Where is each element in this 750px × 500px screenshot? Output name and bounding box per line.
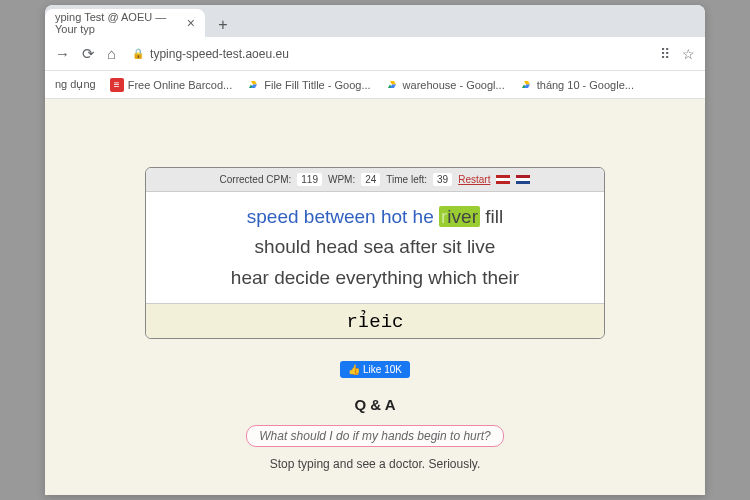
star-icon[interactable]: ☆ xyxy=(682,46,695,62)
browser-window: yping Test @ AOEU — Your typ × + → ⟳ ⌂ 🔒… xyxy=(45,5,705,495)
cpm-value: 119 xyxy=(297,173,322,186)
wpm-label: WPM: xyxy=(328,174,355,185)
tab-title: yping Test @ AOEU — Your typ xyxy=(55,11,181,35)
facebook-like-button[interactable]: 👍 Like 10K xyxy=(340,361,410,378)
close-icon[interactable]: × xyxy=(187,15,195,31)
qa-heading: Q & A xyxy=(354,396,395,413)
typing-test-box: Corrected CPM: 119 WPM: 24 Time left: 39… xyxy=(145,167,605,339)
browser-tab[interactable]: yping Test @ AOEU — Your typ × xyxy=(45,9,205,37)
bookmark-icon: ≡ xyxy=(110,78,124,92)
qa-answer: Stop typing and see a doctor. Seriously. xyxy=(270,457,481,471)
tab-bar: yping Test @ AOEU — Your typ × + xyxy=(45,5,705,37)
address-bar[interactable]: 🔒 typing-speed-test.aoeu.eu xyxy=(128,47,648,61)
pending-line: hear decide everything which their xyxy=(160,263,590,293)
new-tab-button[interactable]: + xyxy=(211,13,235,37)
bookmark-item[interactable]: File Fill Titlle - Goog... xyxy=(246,79,370,91)
drive-icon xyxy=(519,79,533,91)
pending-words: fill xyxy=(480,206,503,227)
flag-nl-icon[interactable] xyxy=(516,175,530,184)
drive-icon xyxy=(246,79,260,91)
bookmark-item[interactable]: warehouse - Googl... xyxy=(385,79,505,91)
home-icon[interactable]: ⌂ xyxy=(107,45,116,62)
bookmark-item[interactable]: tháng 10 - Google... xyxy=(519,79,634,91)
time-value: 39 xyxy=(433,173,452,186)
restart-link[interactable]: Restart xyxy=(458,174,490,185)
reload-icon[interactable]: ⟳ xyxy=(82,45,95,63)
browser-toolbar: → ⟳ ⌂ 🔒 typing-speed-test.aoeu.eu ⠿ ☆ xyxy=(45,37,705,71)
pending-line: should head sea after sit live xyxy=(160,232,590,262)
words-display: speed between hot he river fill should h… xyxy=(146,192,604,303)
thumbs-up-icon: 👍 xyxy=(348,364,360,375)
time-label: Time left: xyxy=(386,174,427,185)
translate-icon[interactable]: ⠿ xyxy=(660,46,670,62)
qa-question: What should I do if my hands begin to hu… xyxy=(246,425,503,447)
flag-us-icon[interactable] xyxy=(496,175,510,184)
wpm-value: 24 xyxy=(361,173,380,186)
drive-icon xyxy=(385,79,399,91)
lock-icon: 🔒 xyxy=(132,48,144,59)
current-word: river xyxy=(439,206,480,227)
typing-input-row xyxy=(146,303,604,338)
url-text: typing-speed-test.aoeu.eu xyxy=(150,47,289,61)
page-content: Corrected CPM: 119 WPM: 24 Time left: 39… xyxy=(45,99,705,495)
bookmarks-bar: ng dụng ≡Free Online Barcod... File Fill… xyxy=(45,71,705,99)
typing-input[interactable] xyxy=(152,310,598,332)
forward-icon[interactable]: → xyxy=(55,45,70,62)
cpm-label: Corrected CPM: xyxy=(220,174,292,185)
completed-words: speed between hot he xyxy=(247,206,439,227)
bookmark-item[interactable]: ≡Free Online Barcod... xyxy=(110,78,233,92)
bookmarks-label: ng dụng xyxy=(55,78,96,91)
stats-bar: Corrected CPM: 119 WPM: 24 Time left: 39… xyxy=(146,168,604,192)
